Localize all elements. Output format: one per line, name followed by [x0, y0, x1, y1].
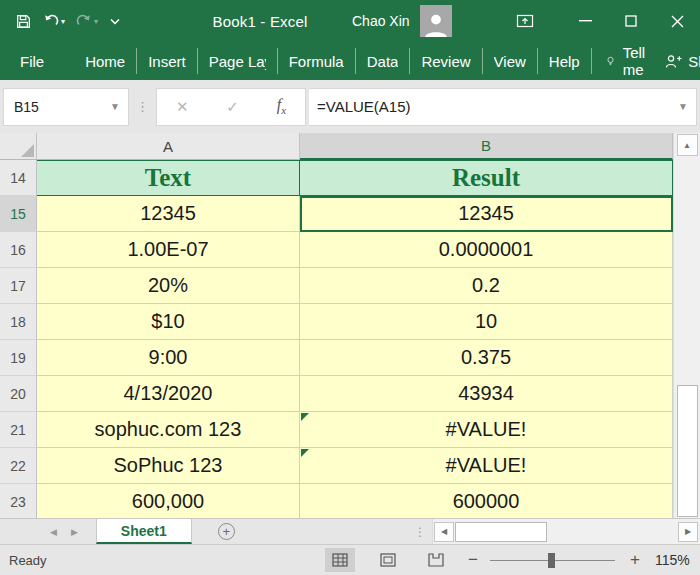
cell-a22[interactable]: SoPhuc 123	[37, 448, 300, 484]
cell-a20[interactable]: 4/13/2020	[37, 376, 300, 412]
new-sheet-icon[interactable]: +	[218, 523, 235, 540]
row-header-21[interactable]: 21	[0, 412, 37, 448]
minimize-icon[interactable]	[562, 0, 608, 42]
ribbon-display-options-icon[interactable]	[502, 0, 548, 42]
cell-b19[interactable]: 0.375	[300, 340, 673, 376]
sheet-tab-sheet1[interactable]: Sheet1	[96, 519, 192, 544]
insert-function-icon[interactable]: fx	[277, 96, 286, 116]
cell-b18[interactable]: 10	[300, 304, 673, 340]
cell-a14[interactable]: Text	[37, 160, 300, 196]
share-person-icon	[665, 54, 682, 69]
ribbon-tab-help[interactable]: Help	[538, 48, 592, 74]
horizontal-scrollbar[interactable]: ◀ ▶	[432, 519, 700, 544]
row-header-23[interactable]: 23	[0, 484, 37, 518]
scroll-up-icon[interactable]: ▲	[677, 134, 698, 156]
status-text: Ready	[0, 553, 47, 568]
ribbon-tab-bar: FileHomeInsertPage LayoutFormulasDataRev…	[0, 42, 700, 80]
cell-b20[interactable]: 43934	[300, 376, 673, 412]
table-row: 23600,000600000	[0, 484, 700, 518]
zoom-in-icon[interactable]: +	[630, 550, 640, 570]
cell-a21[interactable]: sophuc.com 123	[37, 412, 300, 448]
cell-a18[interactable]: $10	[37, 304, 300, 340]
row-header-22[interactable]: 22	[0, 448, 37, 484]
ribbon-tab-formulas[interactable]: Formulas	[278, 48, 356, 74]
ribbon-tab-insert[interactable]: Insert	[137, 48, 198, 74]
view-normal-icon[interactable]	[325, 548, 355, 572]
ribbon-tab-page-layout[interactable]: Page Layout	[198, 48, 278, 74]
customize-quick-access-icon[interactable]	[105, 10, 125, 32]
column-header-row: A B	[0, 133, 700, 160]
select-all-button[interactable]	[0, 133, 37, 160]
zoom-level[interactable]: 115%	[655, 552, 690, 568]
ribbon-tab-home[interactable]: Home	[74, 48, 137, 74]
name-box[interactable]: B15 ▼	[3, 88, 129, 126]
share-label: Share	[688, 53, 700, 70]
row-header-17[interactable]: 17	[0, 268, 37, 304]
cell-a16[interactable]: 1.00E-07	[37, 232, 300, 268]
row-header-19[interactable]: 19	[0, 340, 37, 376]
vertical-scroll-track[interactable]	[677, 157, 698, 494]
undo-dropdown-icon[interactable]: ▾	[61, 17, 65, 26]
ribbon-tab-label: Home	[85, 53, 125, 70]
cell-a15[interactable]: 12345	[37, 196, 300, 232]
cell-a17[interactable]: 20%	[37, 268, 300, 304]
row-header-16[interactable]: 16	[0, 232, 37, 268]
cell-b17[interactable]: 0.2	[300, 268, 673, 304]
cancel-icon[interactable]: ✕	[176, 98, 189, 116]
sheet-nav-left-icon[interactable]: ◀	[50, 527, 57, 537]
formula-bar-expand-icon[interactable]: ▼	[678, 101, 688, 112]
sheet-bar-drag-handle[interactable]: ⋮	[414, 525, 432, 539]
redo-button[interactable]: ▾	[72, 9, 101, 33]
cell-a19[interactable]: 9:00	[37, 340, 300, 376]
close-icon[interactable]	[654, 0, 700, 42]
cell-b23[interactable]: 600000	[300, 484, 673, 518]
ribbon-tab-view[interactable]: View	[483, 48, 538, 74]
view-page-layout-icon[interactable]	[373, 548, 403, 572]
user-name[interactable]: Chao Xin	[352, 13, 410, 29]
cell-b22[interactable]: #VALUE!	[300, 448, 673, 484]
excel-window: ▾ ▾ Book1 - Excel Chao Xin	[0, 0, 700, 575]
cell-b15[interactable]: 12345	[300, 196, 673, 232]
cell-a23[interactable]: 600,000	[37, 484, 300, 518]
tell-me-label: Tell me	[623, 44, 652, 78]
ribbon-tab-label: Insert	[148, 53, 186, 70]
window-title: Book1 - Excel	[180, 13, 340, 30]
enter-icon[interactable]: ✓	[226, 98, 239, 116]
cell-b21[interactable]: #VALUE!	[300, 412, 673, 448]
sheet-nav-right-icon[interactable]: ▶	[71, 527, 78, 537]
formula-input[interactable]: =VALUE(A15) ▼	[309, 88, 697, 126]
view-page-break-icon[interactable]	[421, 548, 451, 572]
vertical-scrollbar[interactable]: ▲ ▼	[673, 133, 700, 518]
zoom-slider-thumb[interactable]	[548, 553, 555, 568]
ribbon-tab-data[interactable]: Data	[356, 48, 411, 74]
save-icon[interactable]	[12, 9, 35, 34]
vertical-scroll-thumb[interactable]	[677, 385, 698, 517]
column-header-b[interactable]: B	[300, 133, 673, 160]
select-all-triangle-icon	[21, 144, 34, 157]
formula-bar-drag-handle[interactable]: ⋮	[129, 99, 156, 114]
row-header-14[interactable]: 14	[0, 160, 37, 196]
avatar[interactable]	[420, 5, 452, 37]
scroll-right-icon[interactable]: ▶	[678, 522, 698, 542]
name-box-dropdown-icon[interactable]: ▼	[110, 101, 128, 112]
table-row: 14TextResult	[0, 160, 700, 196]
row-header-15[interactable]: 15	[0, 196, 37, 232]
title-bar: ▾ ▾ Book1 - Excel Chao Xin	[0, 0, 700, 42]
row-header-18[interactable]: 18	[0, 304, 37, 340]
tell-me-box[interactable]: Tell me	[592, 48, 666, 74]
cell-b16[interactable]: 0.0000001	[300, 232, 673, 268]
row-header-20[interactable]: 20	[0, 376, 37, 412]
horizontal-scroll-thumb[interactable]	[455, 522, 547, 542]
worksheet-grid: A B 14TextResult151234512345161.00E-070.…	[0, 133, 700, 518]
zoom-out-icon[interactable]: −	[468, 550, 478, 570]
formula-text: =VALUE(A15)	[317, 98, 411, 115]
redo-dropdown-icon[interactable]: ▾	[94, 17, 98, 26]
cell-b14[interactable]: Result	[300, 160, 673, 196]
maximize-icon[interactable]	[608, 0, 654, 42]
ribbon-tab-review[interactable]: Review	[410, 48, 482, 74]
share-button[interactable]: Share	[665, 53, 700, 70]
scroll-left-icon[interactable]: ◀	[434, 522, 454, 542]
column-header-a[interactable]: A	[37, 133, 300, 160]
ribbon-tab-file[interactable]: File	[4, 48, 60, 74]
undo-button[interactable]: ▾	[39, 9, 68, 33]
